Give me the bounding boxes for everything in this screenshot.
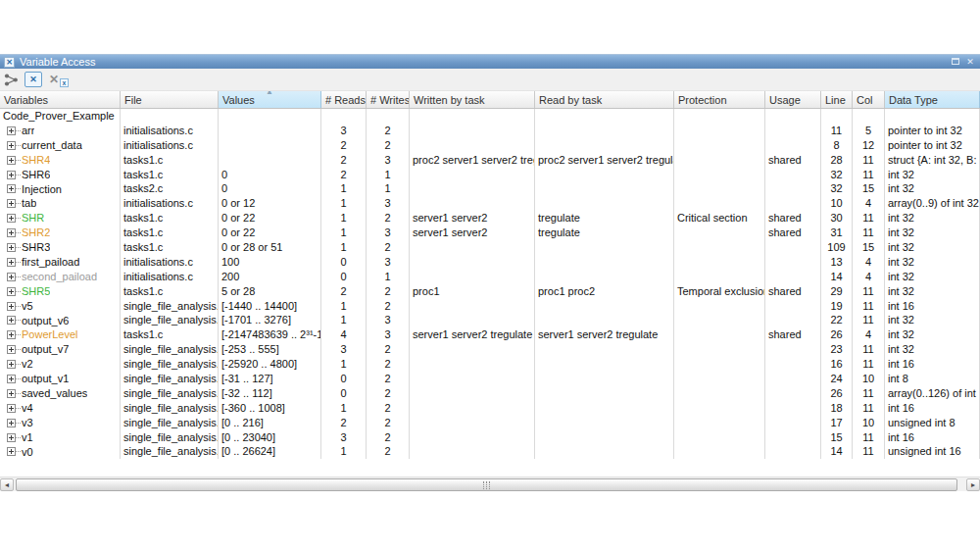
cell-data_type: int 32 [885, 168, 980, 182]
expand-icon[interactable] [7, 404, 16, 413]
cell-reads: 1 [321, 299, 367, 314]
expand-icon[interactable] [7, 433, 16, 442]
cell-read_by [535, 386, 674, 401]
expand-icon[interactable] [7, 302, 16, 311]
table-row-v3[interactable]: v3single_file_analysis.c[0 .. 216]221710… [0, 416, 980, 430]
expand-icon[interactable] [7, 287, 16, 296]
table-row-first_paiload[interactable]: first_pailoadinitialisations.c10003134in… [0, 255, 980, 270]
cell-line: 30 [821, 211, 853, 226]
expand-icon[interactable] [7, 273, 16, 281]
cell-protection [674, 196, 765, 211]
cell-protection [674, 226, 765, 240]
cell-values: 0 or 28 or 51 [219, 240, 321, 255]
horizontal-scrollbar[interactable]: ◂ ▸ [0, 477, 980, 491]
cell-reads: 2 [321, 138, 367, 153]
table-row-arr[interactable]: arrinitialisations.c32115pointer to int … [0, 124, 980, 138]
column-header-name[interactable]: Variables [0, 91, 121, 108]
table-row-SHR4[interactable]: SHR4tasks1.c23proc2 server1 server2 treg… [0, 153, 980, 168]
table-row-SHR[interactable]: SHRtasks1.c0 or 2212server1 server2tregu… [0, 211, 980, 226]
column-label: Protection [678, 94, 727, 106]
table-row-Injection[interactable]: Injectiontasks2.c0113215int 32 [0, 181, 980, 196]
table-row-v5[interactable]: v5single_file_analysis.c[-1440 .. 14400]… [0, 299, 980, 314]
cell-values: 0 or 12 [219, 196, 321, 211]
table-row-v1[interactable]: v1single_file_analysis.c[0 .. 23040]3215… [0, 430, 980, 445]
cell-file: tasks1.c [121, 327, 219, 342]
cell-name: v1 [0, 430, 121, 445]
column-header-read_by[interactable]: Read by task [535, 91, 674, 108]
table-row-output_v1[interactable]: output_v1single_file_analysis.c[-31 .. 1… [0, 372, 980, 386]
undock-icon[interactable] [950, 57, 961, 68]
clear-results-button[interactable]: ✕x [49, 73, 69, 86]
table-row-tab[interactable]: tabinitialisations.c0 or 1213104array(0.… [0, 196, 980, 211]
panel-titlebar[interactable]: ✕ Variable Access ✕ [0, 54, 980, 69]
column-header-file[interactable]: File [121, 91, 219, 108]
table-row-current_data[interactable]: current_datainitialisations.c22812pointe… [0, 138, 980, 153]
table-row-v4[interactable]: v4single_file_analysis.c[-360 .. 1008]12… [0, 401, 980, 416]
expand-icon[interactable] [7, 360, 16, 369]
expand-icon[interactable] [7, 126, 16, 135]
expand-icon[interactable] [7, 447, 16, 456]
expand-icon[interactable] [7, 389, 16, 398]
expand-icon[interactable] [7, 258, 16, 267]
expand-icon[interactable] [7, 171, 16, 179]
cell-col: 4 [853, 196, 885, 211]
variable-name: SHR3 [21, 240, 50, 255]
expand-icon[interactable] [7, 141, 16, 150]
column-header-usage[interactable]: Usage [765, 91, 821, 108]
cell-written_by [410, 168, 535, 182]
column-label: Variables [4, 94, 48, 106]
cell-data_type [885, 109, 980, 124]
column-header-data_type[interactable]: Data Type [885, 91, 980, 108]
table-row-output_v6[interactable]: output_v6single_file_analysis.c[-1701 ..… [0, 313, 980, 327]
scroll-left-arrow[interactable]: ◂ [0, 478, 14, 491]
cell-values [219, 138, 321, 153]
cell-name: v2 [0, 357, 121, 372]
expand-icon[interactable] [7, 243, 16, 252]
cell-read_by: tregulate [535, 226, 674, 240]
expand-icon[interactable] [7, 199, 16, 208]
column-header-line[interactable]: Line [821, 91, 853, 108]
table-row-SHR5[interactable]: SHR5tasks1.c5 or 2822proc1proc1 proc2Tem… [0, 284, 980, 299]
table-row-SHR3[interactable]: SHR3tasks1.c0 or 28 or 511210915int 32 [0, 240, 980, 255]
cell-col: 11 [853, 386, 885, 401]
cell-name: output_v7 [0, 342, 121, 357]
column-header-writes[interactable]: # Writes [367, 91, 410, 108]
column-header-written_by[interactable]: Written by task [410, 91, 535, 108]
table-row-saved_values[interactable]: saved_valuessingle_file_analysis.c[-32 .… [0, 386, 980, 401]
table-row-v2[interactable]: v2single_file_analysis.c[-25920 .. 4800]… [0, 357, 980, 372]
call-graph-icon[interactable] [3, 72, 20, 88]
column-header-col[interactable]: Col [853, 91, 885, 108]
column-header-values[interactable]: ▲Values [219, 91, 321, 108]
cell-usage: shared [765, 211, 821, 226]
table-row-PowerLevel[interactable]: PowerLeveltasks1.c[-2147483639 .. 2³¹-1]… [0, 327, 980, 342]
column-header-protection[interactable]: Protection [674, 91, 765, 108]
table-row-SHR2[interactable]: SHR2tasks1.c0 or 2213server1 server2treg… [0, 226, 980, 240]
cell-file: single_file_analysis.c [121, 313, 219, 327]
cell-col: 11 [853, 357, 885, 372]
expand-icon[interactable] [7, 184, 16, 193]
expand-icon[interactable] [7, 156, 16, 165]
expand-icon[interactable] [7, 330, 16, 339]
expand-icon[interactable] [7, 375, 16, 383]
expand-icon[interactable] [7, 228, 16, 237]
table-row-output_v7[interactable]: output_v7single_file_analysis.c[-253 .. … [0, 342, 980, 357]
cell-writes: 2 [367, 372, 410, 386]
cell-col: 11 [853, 401, 885, 416]
cell-values: [-1701 .. 3276] [219, 313, 321, 327]
table-row-v0[interactable]: v0single_file_analysis.c[0 .. 26624]1214… [0, 444, 980, 459]
cell-line: 23 [821, 342, 853, 357]
expand-icon[interactable] [7, 345, 16, 354]
scroll-right-arrow[interactable]: ▸ [966, 478, 980, 491]
expand-icon[interactable] [7, 214, 16, 223]
scrollbar-thumb[interactable] [16, 478, 957, 491]
table-row-second_paiload[interactable]: second_pailoadinitialisations.c20001144i… [0, 270, 980, 284]
expand-icon[interactable] [7, 316, 16, 325]
close-icon[interactable]: ✕ [964, 57, 976, 68]
table-row-SHR6[interactable]: SHR6tasks1.c0213211int 32 [0, 168, 980, 182]
column-header-reads[interactable]: # Reads [321, 91, 367, 108]
expand-icon[interactable] [7, 419, 16, 427]
cell-usage [765, 181, 821, 196]
table-row-Code_Prover_Example[interactable]: Code_Prover_Example [0, 109, 980, 124]
cell-data_type: int 32 [885, 327, 980, 342]
show-variable-access-button[interactable]: ✕ [24, 72, 42, 87]
